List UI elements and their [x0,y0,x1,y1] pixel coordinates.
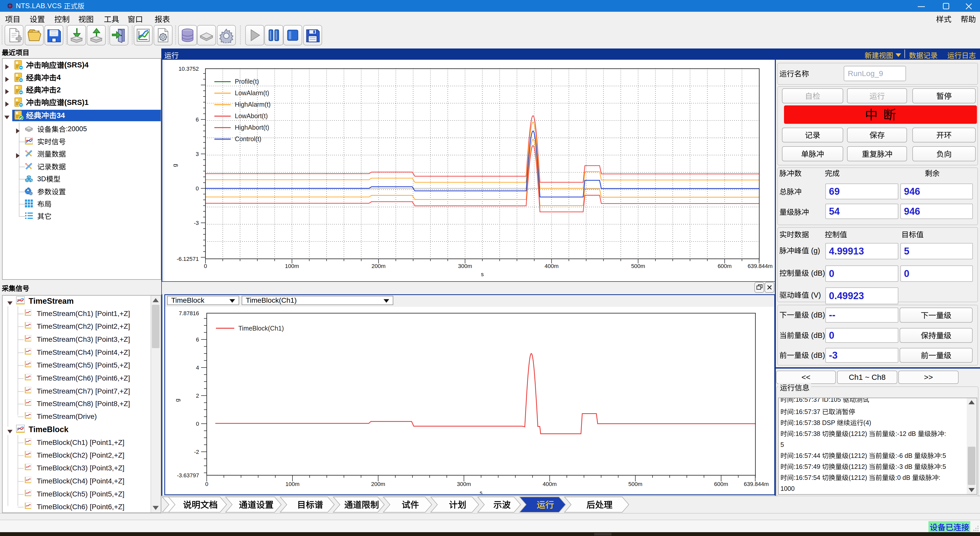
svg-text:-6.12571: -6.12571 [177,256,199,262]
svg-text:500m: 500m [631,263,645,269]
svg-text:600m: 600m [718,263,732,269]
svg-text:300m: 300m [458,263,472,269]
svg-text:2: 2 [196,393,199,399]
svg-text:639.844m: 639.844m [744,481,769,487]
svg-text:639.844m: 639.844m [748,263,773,269]
svg-text:100m: 100m [285,263,299,269]
svg-text:4: 4 [196,364,199,371]
svg-text:300m: 300m [457,481,471,487]
svg-text:100m: 100m [285,481,299,487]
svg-text:s: s [481,271,484,277]
svg-text:-2: -2 [194,449,199,455]
svg-text:0: 0 [196,185,199,192]
svg-text:600m: 600m [714,481,728,487]
svg-text:6: 6 [196,336,199,343]
svg-text:200m: 200m [371,481,385,487]
svg-text:Profile(t): Profile(t) [235,78,259,85]
svg-text:6: 6 [196,116,199,123]
svg-text:LowAlarm(t): LowAlarm(t) [235,89,269,97]
svg-text:0: 0 [204,263,207,269]
svg-text:LowAbort(t): LowAbort(t) [235,112,268,119]
svg-text:g: g [172,164,178,167]
svg-text:s: s [480,490,483,494]
svg-text:400m: 400m [542,481,557,487]
svg-text:0: 0 [205,481,208,487]
svg-text:g: g [174,399,180,402]
svg-text:3: 3 [196,151,199,157]
svg-text:TimeBlock(Ch1): TimeBlock(Ch1) [239,324,284,332]
svg-text:-3: -3 [194,220,199,226]
svg-text:400m: 400m [545,263,558,269]
svg-text:HighAbort(t): HighAbort(t) [235,124,269,131]
svg-text:10.3752: 10.3752 [178,65,199,72]
svg-text:0: 0 [196,421,199,427]
svg-text:HighAlarm(t): HighAlarm(t) [235,101,270,108]
svg-text:Control(t): Control(t) [235,135,261,142]
svg-text:500m: 500m [628,481,642,487]
svg-text:7.87816: 7.87816 [179,310,199,317]
svg-text:-3.63797: -3.63797 [177,472,199,479]
svg-text:200m: 200m [372,263,386,269]
